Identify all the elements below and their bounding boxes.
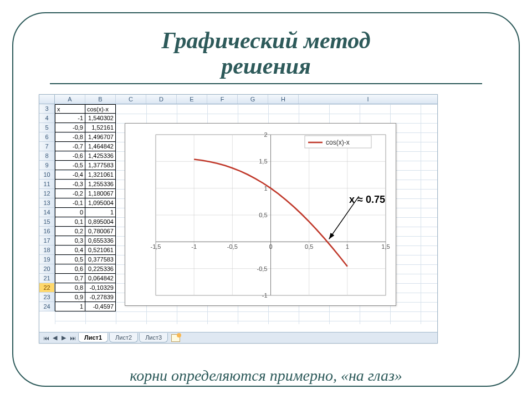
column-header-A[interactable]: A: [55, 95, 85, 104]
cell-fx[interactable]: 1,095004: [85, 198, 116, 208]
row-header-17[interactable]: 17: [39, 236, 55, 245]
cell-fx[interactable]: 1,255336: [85, 180, 116, 189]
sheet-tab-Лист2[interactable]: Лист2: [109, 333, 138, 342]
cell-fx[interactable]: 1,180067: [85, 189, 116, 198]
table-row: 0,40,521061: [55, 245, 116, 255]
table-row: 0,70,064842: [55, 274, 116, 283]
cell-fx[interactable]: 1,540302: [85, 114, 116, 123]
row-header-19[interactable]: 19: [39, 255, 55, 264]
cell-fx[interactable]: 1,425336: [85, 151, 116, 161]
row-header-24[interactable]: 24: [39, 302, 55, 311]
nav-prev-icon[interactable]: ◀: [50, 334, 59, 342]
cell-x[interactable]: -0,2: [55, 189, 85, 198]
column-header-I[interactable]: I: [299, 95, 437, 104]
row-header-4[interactable]: 4: [39, 114, 55, 123]
row-header-10[interactable]: 10: [39, 170, 55, 180]
nav-next-icon[interactable]: ▶: [59, 334, 68, 342]
table-row: 0,20,780067: [55, 227, 116, 236]
cell-x[interactable]: 0,8: [55, 283, 85, 293]
nav-last-icon[interactable]: ⏭: [68, 334, 77, 342]
cell-fx[interactable]: 0,521061: [85, 245, 116, 255]
cell-fx[interactable]: 0,895004: [85, 217, 116, 227]
header-cell-x[interactable]: x: [55, 104, 85, 114]
cell-fx[interactable]: -0,27839: [85, 293, 116, 302]
header-cell-fx[interactable]: cos(x)-x: [85, 104, 116, 114]
row-header-15[interactable]: 15: [39, 217, 55, 227]
cell-x[interactable]: 0,1: [55, 217, 85, 227]
cell-fx[interactable]: 1,377583: [85, 161, 116, 170]
svg-text:-1: -1: [262, 292, 268, 299]
column-header-E[interactable]: E: [177, 95, 207, 104]
row-header-7[interactable]: 7: [39, 142, 55, 151]
select-all-corner[interactable]: [39, 95, 55, 104]
column-header-G[interactable]: G: [238, 95, 268, 104]
row-header-3[interactable]: 3: [39, 104, 55, 114]
row-header-18[interactable]: 18: [39, 245, 55, 255]
table-row: xcos(x)-x: [55, 104, 116, 114]
cell-x[interactable]: 0,3: [55, 236, 85, 245]
row-header-6[interactable]: 6: [39, 132, 55, 142]
cell-x[interactable]: 0,2: [55, 227, 85, 236]
column-header-C[interactable]: C: [116, 95, 146, 104]
cell-x[interactable]: 0: [55, 208, 85, 217]
svg-text:0,5: 0,5: [259, 212, 267, 218]
cell-x[interactable]: -0,6: [55, 151, 85, 161]
cell-fx[interactable]: -0,4597: [85, 302, 116, 311]
row-header-12[interactable]: 12: [39, 189, 55, 198]
cell-fx[interactable]: 1,52161: [85, 123, 116, 132]
cell-x[interactable]: -0,3: [55, 180, 85, 189]
sheet-tab-bar: ⏮ ◀ ▶ ⏭ Лист1Лист2Лист3: [39, 332, 437, 343]
cell-x[interactable]: 0,6: [55, 264, 85, 274]
new-sheet-icon[interactable]: [171, 334, 180, 342]
cell-fx[interactable]: 0,225336: [85, 264, 116, 274]
column-header-B[interactable]: B: [85, 95, 116, 104]
row-header-14[interactable]: 14: [39, 208, 55, 217]
svg-text:1,5: 1,5: [381, 243, 390, 250]
sheet-tab-Лист1[interactable]: Лист1: [78, 333, 108, 342]
svg-text:0: 0: [269, 243, 272, 250]
cell-x[interactable]: 0,9: [55, 293, 85, 302]
nav-first-icon[interactable]: ⏮: [42, 334, 50, 342]
row-header-16[interactable]: 16: [39, 227, 55, 236]
cell-x[interactable]: 1: [55, 302, 85, 311]
cell-fx[interactable]: -0,10329: [85, 283, 116, 293]
table-row: -0,91,52161: [55, 123, 116, 132]
cell-x[interactable]: -0,7: [55, 142, 85, 151]
svg-text:2: 2: [264, 131, 267, 138]
column-header-D[interactable]: D: [146, 95, 177, 104]
cell-x[interactable]: -0,4: [55, 170, 85, 180]
svg-text:-0,5: -0,5: [257, 265, 268, 272]
sheet-tab-Лист3[interactable]: Лист3: [139, 333, 168, 342]
row-header-22[interactable]: 22: [39, 283, 55, 293]
row-header-9[interactable]: 9: [39, 161, 55, 170]
chart[interactable]: -1,5-1-0,500,511,5-1-0,50,511,52cos(x)-x: [125, 123, 396, 306]
cell-fx[interactable]: 0,780067: [85, 227, 116, 236]
cell-x[interactable]: -0,8: [55, 132, 85, 142]
cell-x[interactable]: -1: [55, 114, 85, 123]
cell-fx[interactable]: 1,321061: [85, 170, 116, 180]
cell-fx[interactable]: 0,377583: [85, 255, 116, 264]
cell-fx[interactable]: 1,496707: [85, 132, 116, 142]
row-header-21[interactable]: 21: [39, 274, 55, 283]
cell-x[interactable]: 0,5: [55, 255, 85, 264]
row-header-13[interactable]: 13: [39, 198, 55, 208]
row-header-23[interactable]: 23: [39, 293, 55, 302]
column-header-F[interactable]: F: [207, 95, 238, 104]
column-header-H[interactable]: H: [268, 95, 299, 104]
cell-x[interactable]: -0,5: [55, 161, 85, 170]
cell-fx[interactable]: 1: [85, 208, 116, 217]
table-row: -0,11,095004: [55, 198, 116, 208]
cell-fx[interactable]: 0,064842: [85, 274, 116, 283]
row-header-8[interactable]: 8: [39, 151, 55, 161]
cell-x[interactable]: 0,7: [55, 274, 85, 283]
cell-fx[interactable]: 0,655336: [85, 236, 116, 245]
svg-text:1: 1: [346, 243, 349, 250]
row-header-11[interactable]: 11: [39, 180, 55, 189]
cell-x[interactable]: 0,4: [55, 245, 85, 255]
cell-x[interactable]: -0,1: [55, 198, 85, 208]
cell-fx[interactable]: 1,464842: [85, 142, 116, 151]
svg-text:cos(x)-x: cos(x)-x: [326, 139, 350, 146]
row-header-5[interactable]: 5: [39, 123, 55, 132]
cell-x[interactable]: -0,9: [55, 123, 85, 132]
row-header-20[interactable]: 20: [39, 264, 55, 274]
